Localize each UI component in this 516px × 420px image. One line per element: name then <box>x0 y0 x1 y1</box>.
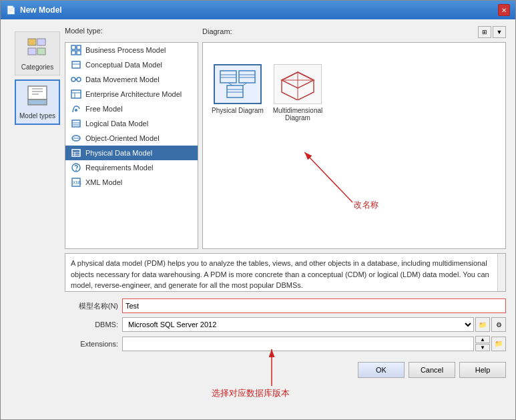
main-layout: Categories Model types <box>10 26 506 413</box>
svg-rect-39 <box>239 71 255 83</box>
model-type-container: Business Process Model Conceptual Data M… <box>65 42 198 249</box>
model-item-xml-label: XML Model <box>85 178 122 186</box>
description-scrollbar[interactable] <box>497 254 505 291</box>
dbms-config-btn[interactable]: ⚙ <box>491 317 506 332</box>
model-item-oom[interactable]: Object-Oriented Model <box>65 131 198 146</box>
dbms-label: DBMS: <box>65 321 118 329</box>
model-name-row: 模型名称(N) <box>65 298 506 313</box>
panels-row: Business Process Model Conceptual Data M… <box>65 42 506 249</box>
dbms-select[interactable]: Microsoft SQL Server 2012 Microsoft SQL … <box>122 317 474 332</box>
sidebar-item-model-types[interactable]: Model types <box>15 79 60 125</box>
model-type-list: Business Process Model Conceptual Data M… <box>65 42 198 249</box>
svg-rect-0 <box>28 39 36 45</box>
dbms-select-container: Microsoft SQL Server 2012 Microsoft SQL … <box>122 317 506 332</box>
model-item-cdm[interactable]: Conceptual Data Model <box>65 57 198 72</box>
svg-rect-4 <box>28 86 47 99</box>
svg-rect-12 <box>71 51 75 55</box>
form-annotation-svg: 选择对应数据库版本 <box>65 296 506 416</box>
model-item-pdm-label: Physical Data Model <box>85 149 152 157</box>
diagram-panel: Physical Diagram <box>202 42 506 249</box>
left-sidebar: Categories Model types <box>10 26 65 413</box>
model-item-dmm[interactable]: Data Movement Model <box>65 72 198 87</box>
extensions-browse-btn[interactable]: 📁 <box>491 337 506 351</box>
multidim-diagram-thumb <box>274 64 322 104</box>
model-item-oom-label: Object-Oriented Model <box>85 134 160 142</box>
svg-point-33 <box>75 170 77 171</box>
svg-rect-9 <box>71 45 75 49</box>
title-controls: ✕ <box>498 4 510 16</box>
svg-text:选择对应数据库版本: 选择对应数据库版本 <box>212 388 290 398</box>
model-type-label: Model type: <box>65 27 103 35</box>
svg-text:XML: XML <box>73 180 81 185</box>
categories-label: Categories <box>21 63 53 71</box>
model-item-bpm-label: Business Process Model <box>85 46 166 54</box>
dialog-icon: 📄 <box>6 5 16 15</box>
svg-point-22 <box>75 109 77 112</box>
view-list-btn[interactable]: ▼ <box>493 26 506 38</box>
model-item-eam[interactable]: Enterprise Architecture Model <box>65 87 198 101</box>
diagram-item-multidim[interactable]: MultidimensionalDiagram <box>271 64 324 122</box>
diagram-items-list: Physical Diagram <box>208 48 500 124</box>
svg-rect-3 <box>37 48 45 55</box>
svg-rect-2 <box>28 48 36 55</box>
physical-diagram-name: Physical Diagram <box>212 107 264 114</box>
model-types-label: Model types <box>19 112 55 120</box>
svg-rect-13 <box>77 51 81 55</box>
dialog-body: Categories Model types <box>1 19 515 419</box>
help-button[interactable]: Help <box>459 362 506 378</box>
dbms-browse-btn[interactable]: 📁 <box>475 317 490 332</box>
cancel-button[interactable]: Cancel <box>409 362 455 378</box>
sidebar-item-categories[interactable]: Categories <box>15 31 60 75</box>
extensions-label: Extensions: <box>65 340 118 348</box>
physical-diagram-thumb <box>214 64 262 104</box>
diagram-item-physical[interactable]: Physical Diagram <box>211 64 264 122</box>
extensions-down-btn[interactable]: ▼ <box>475 344 490 351</box>
svg-rect-10 <box>77 45 81 49</box>
description-section: A physical data model (PDM) helps you to… <box>65 253 506 292</box>
title-bar-left: 📄 New Model <box>6 5 62 15</box>
view-toggle-btn[interactable]: ⊞ <box>478 26 491 38</box>
model-name-label: 模型名称(N) <box>65 301 118 311</box>
model-item-ldm[interactable]: Logical Data Model <box>65 116 198 131</box>
model-item-req[interactable]: Requirements Model <box>65 160 198 175</box>
model-item-req-label: Requirements Model <box>85 164 154 172</box>
svg-rect-23 <box>72 120 80 127</box>
svg-rect-42 <box>227 85 243 97</box>
categories-icon <box>27 36 48 61</box>
svg-rect-19 <box>71 90 81 98</box>
multidim-diagram-name: MultidimensionalDiagram <box>273 107 322 122</box>
ok-button[interactable]: OK <box>358 362 405 378</box>
footer-buttons: OK Cancel Help <box>65 358 506 379</box>
model-item-dmm-label: Data Movement Model <box>85 75 160 83</box>
extensions-input[interactable] <box>122 337 474 351</box>
svg-point-17 <box>77 77 81 81</box>
extensions-container: ▲ ▼ 📁 <box>122 336 506 351</box>
extensions-row: Extensions: ▲ ▼ 📁 <box>65 336 506 351</box>
diagram-container: Physical Diagram <box>202 42 506 249</box>
model-item-xml[interactable]: XML XML Model <box>65 175 198 190</box>
right-content: Model type: Diagram: ⊞ ▼ <box>65 26 506 413</box>
diagram-label: Diagram: <box>202 27 232 35</box>
model-types-icon <box>27 85 48 110</box>
model-item-eam-label: Enterprise Architecture Model <box>85 90 182 98</box>
svg-point-16 <box>71 77 75 81</box>
close-button[interactable]: ✕ <box>498 4 510 16</box>
title-bar: 📄 New Model ✕ <box>1 1 515 19</box>
model-name-input[interactable] <box>122 298 506 313</box>
dbms-row: DBMS: Microsoft SQL Server 2012 Microsof… <box>65 317 506 332</box>
model-item-bpm[interactable]: Business Process Model <box>65 43 198 57</box>
dialog-title: New Model <box>20 5 62 15</box>
model-item-free-label: Free Model <box>85 105 123 113</box>
model-item-cdm-label: Conceptual Data Model <box>85 61 162 69</box>
model-item-pdm[interactable]: Physical Data Model <box>65 146 198 160</box>
svg-rect-5 <box>28 99 47 105</box>
description-text: A physical data model (PDM) helps you to… <box>71 259 489 289</box>
form-section: 模型名称(N) DBMS: Microsoft SQL Server 2012 … <box>65 296 506 354</box>
model-item-ldm-label: Logical Data Model <box>85 120 148 128</box>
svg-rect-36 <box>220 71 236 83</box>
model-item-free[interactable]: Free Model <box>65 101 198 116</box>
extensions-up-btn[interactable]: ▲ <box>475 336 490 343</box>
svg-rect-1 <box>37 39 45 45</box>
new-model-dialog: 📄 New Model ✕ C <box>0 0 516 420</box>
svg-rect-28 <box>72 150 80 156</box>
